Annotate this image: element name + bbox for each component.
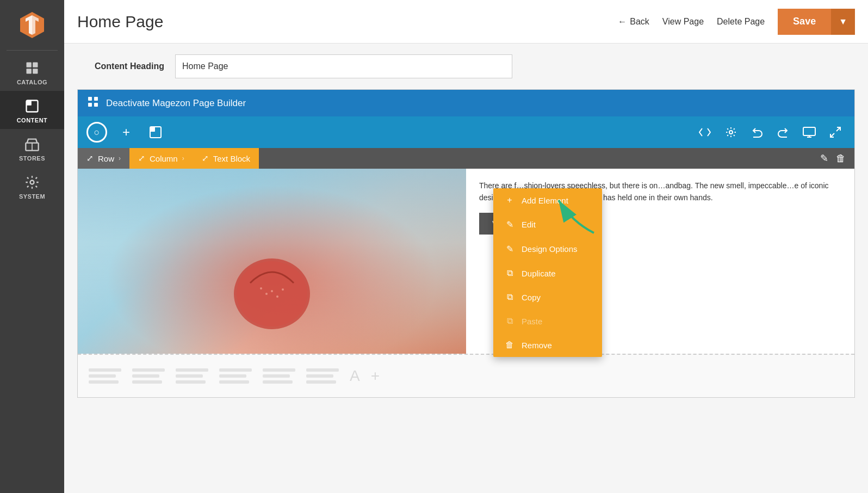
svg-rect-19 (803, 127, 815, 135)
catalog-icon (24, 60, 40, 76)
save-button-group: Save ▼ (778, 9, 855, 35)
svg-point-27 (265, 293, 268, 295)
content-heading-input[interactable] (175, 54, 512, 78)
placeholder-line (89, 368, 121, 372)
sidebar: CATALOG CONTENT STORES SYSTEM (0, 0, 64, 493)
breadcrumb-row[interactable]: ⤢ Row › (78, 148, 129, 169)
sidebar-item-catalog[interactable]: CATALOG (0, 53, 64, 91)
save-button[interactable]: Save (778, 9, 831, 35)
remove-label: Remove (522, 341, 552, 350)
header-actions: ← Back View Page Delete Page Save ▼ (618, 9, 855, 35)
deactivate-bar[interactable]: Deactivate Magezon Page Builder (78, 90, 854, 116)
sidebar-item-system[interactable]: SYSTEM (0, 167, 64, 205)
placeholder-content: A + (89, 367, 844, 385)
placeholder-lines-1 (89, 368, 121, 384)
content-icon (24, 98, 40, 114)
magento-logo-icon (18, 10, 46, 38)
delete-page-button[interactable]: Delete Page (717, 17, 765, 27)
system-icon (24, 175, 40, 190)
svg-rect-13 (94, 97, 98, 101)
grid-icon (86, 95, 100, 108)
placeholder-line (132, 374, 159, 378)
add-element-icon: + (504, 195, 515, 205)
copy-label: Copy (522, 293, 541, 302)
delete-breadcrumb-button[interactable]: 🗑 (834, 151, 848, 167)
placeholder-lines-6 (306, 368, 339, 384)
breadcrumb-actions: ✎ 🗑 (811, 150, 854, 167)
add-bottom-icon[interactable]: + (371, 367, 380, 385)
deactivate-label[interactable]: Deactivate Magezon Page Builder (106, 98, 246, 109)
page-title: Home Page (77, 13, 607, 31)
layout-icon (150, 126, 162, 138)
move-icon: ⤢ (86, 153, 94, 163)
sidebar-item-content[interactable]: CONTENT (0, 91, 64, 129)
paste-label: Paste (522, 317, 542, 326)
edit-label: Edit (522, 220, 536, 229)
redo-button[interactable] (773, 122, 793, 143)
context-menu-design-options[interactable]: ✎ Design Options (493, 237, 602, 261)
view-page-button[interactable]: View Page (662, 17, 704, 27)
placeholder-lines-3 (176, 368, 208, 384)
context-menu-copy[interactable]: ⧉ Copy (493, 285, 602, 309)
page-header: Home Page ← Back View Page Delete Page S… (64, 0, 868, 44)
back-button[interactable]: ← Back (618, 17, 649, 27)
copy-icon: ⧉ (504, 292, 515, 302)
breadcrumb-arrow-1: › (119, 155, 121, 162)
builder-toolbar: ○ + (78, 116, 854, 148)
breadcrumb-textblock[interactable]: ⤢ Text Block (193, 148, 259, 169)
context-menu-duplicate[interactable]: ⧉ Duplicate (493, 261, 602, 285)
svg-point-28 (271, 290, 273, 292)
sidebar-divider (7, 50, 58, 51)
builder-text-column: There are f…shion-lovers speechless, but… (466, 169, 854, 354)
stores-icon (24, 137, 40, 152)
save-dropdown-button[interactable]: ▼ (831, 9, 855, 35)
svg-rect-12 (88, 97, 92, 101)
loading-spinner-button[interactable]: ○ (86, 122, 107, 143)
page-builder: Deactivate Magezon Page Builder ○ + (77, 89, 855, 398)
page-builder-icon (86, 95, 100, 111)
add-element-toolbar-button[interactable]: + (116, 122, 137, 143)
grid-view-button[interactable] (145, 122, 166, 143)
code-icon (699, 128, 711, 137)
placeholder-line (306, 368, 339, 372)
builder-content: There are f…shion-lovers speechless, but… (78, 169, 854, 354)
placeholder-lines-2 (132, 368, 165, 384)
svg-rect-15 (94, 103, 98, 107)
remove-icon: 🗑 (504, 340, 515, 350)
code-view-button[interactable] (695, 122, 715, 143)
svg-rect-4 (33, 63, 38, 67)
edit-breadcrumb-button[interactable]: ✎ (818, 150, 830, 167)
breadcrumb-bar: ⤢ Row › ⤢ Column › ⤢ Text Block ✎ (78, 148, 854, 169)
bottom-placeholder-row: A + (78, 354, 854, 397)
system-label: SYSTEM (19, 193, 45, 200)
placeholder-line (176, 380, 206, 384)
main-content: Home Page ← Back View Page Delete Page S… (64, 0, 868, 493)
context-menu-remove[interactable]: 🗑 Remove (493, 333, 602, 357)
placeholder-line (89, 380, 119, 384)
svg-rect-3 (27, 63, 32, 67)
placeholder-line (176, 368, 208, 372)
back-label: Back (630, 17, 649, 27)
desktop-view-button[interactable] (799, 122, 820, 143)
move-icon-tb: ⤢ (202, 153, 209, 163)
design-options-icon: ✎ (504, 244, 515, 254)
fullscreen-button[interactable] (825, 122, 846, 143)
settings-button[interactable] (721, 122, 741, 143)
breadcrumb-column[interactable]: ⤢ Column › (129, 148, 193, 169)
placeholder-line (176, 374, 203, 378)
product-image (78, 169, 466, 354)
placeholder-line (219, 368, 252, 372)
svg-rect-6 (33, 69, 38, 73)
placeholder-line (219, 380, 249, 384)
toolbar-right (695, 122, 846, 143)
duplicate-label: Duplicate (522, 269, 556, 278)
placeholder-line (132, 380, 162, 384)
sidebar-item-stores[interactable]: STORES (0, 129, 64, 167)
undo-button[interactable] (747, 122, 767, 143)
breadcrumb-row-label: Row (98, 154, 114, 163)
placeholder-line (306, 374, 333, 378)
design-options-label: Design Options (522, 244, 578, 254)
svg-point-26 (260, 287, 262, 289)
placeholder-line (263, 380, 293, 384)
placeholder-line (306, 380, 336, 384)
